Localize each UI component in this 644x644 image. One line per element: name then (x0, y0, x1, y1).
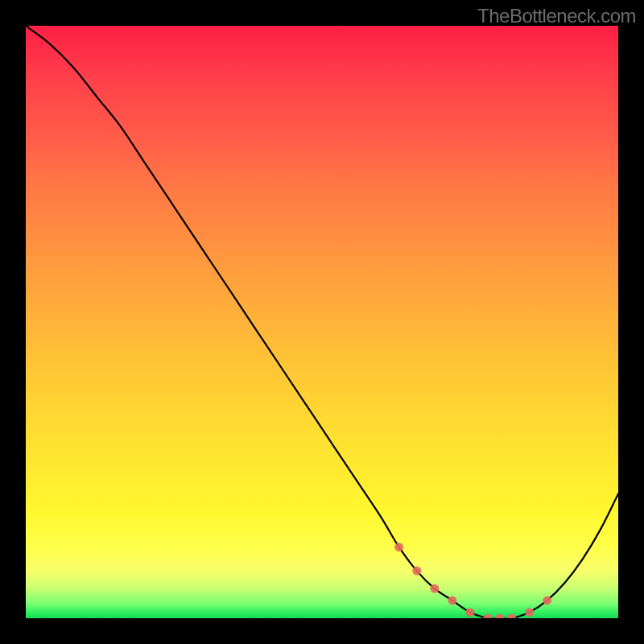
marker-dot (495, 614, 504, 619)
chart-container: TheBottleneck.com (0, 0, 644, 644)
watermark-text: TheBottleneck.com (477, 5, 636, 27)
marker-dot (430, 584, 439, 593)
optimal-range-markers (394, 543, 551, 618)
marker-dot (412, 567, 421, 576)
marker-dot (507, 614, 516, 619)
plot-area (26, 26, 618, 618)
marker-dot (525, 608, 534, 617)
marker-dot (394, 543, 403, 551)
marker-dot (484, 614, 493, 619)
curve-svg (26, 26, 618, 618)
marker-dot (448, 596, 456, 605)
marker-dot (466, 608, 475, 617)
bottleneck-curve-path (26, 26, 618, 618)
marker-dot (543, 596, 551, 605)
